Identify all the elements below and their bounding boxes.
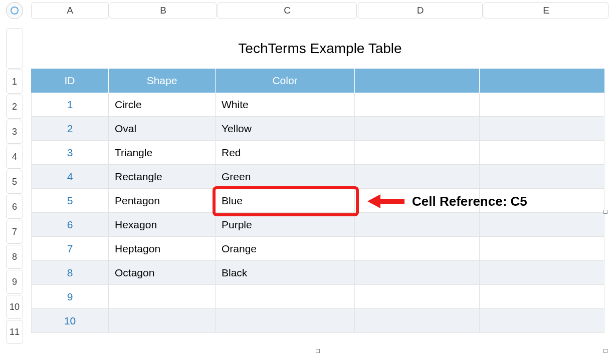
cell-e3[interactable]	[480, 117, 604, 141]
table-row: 3 Triangle Red	[31, 141, 609, 165]
column-header-a[interactable]: A	[31, 2, 109, 19]
cell-e10[interactable]	[480, 285, 604, 309]
select-all-button[interactable]	[6, 2, 23, 19]
header-shape[interactable]: Shape	[109, 69, 216, 93]
cell-d3[interactable]	[355, 117, 480, 141]
cell-b2[interactable]: Circle	[109, 93, 216, 117]
circle-icon	[11, 7, 19, 15]
row-header-title[interactable]	[6, 28, 23, 69]
cell-a9[interactable]: 8	[31, 261, 109, 285]
cell-c8[interactable]: Orange	[216, 237, 355, 261]
cell-a7[interactable]: 6	[31, 213, 109, 237]
cell-b5[interactable]: Rectangle	[109, 165, 216, 189]
row-header-1[interactable]: 1	[6, 70, 23, 94]
spreadsheet-grid: TechTerms Example Table ID Shape Color 1…	[31, 28, 609, 333]
cell-c2[interactable]: White	[216, 93, 355, 117]
cell-d5[interactable]	[355, 165, 480, 189]
header-color[interactable]: Color	[216, 69, 355, 93]
cell-b11[interactable]	[109, 309, 216, 333]
column-header-c[interactable]: C	[218, 2, 357, 19]
table-row: 8 Octagon Black	[31, 261, 609, 285]
table-row: 7 Heptagon Orange	[31, 237, 609, 261]
cell-e8[interactable]	[480, 237, 604, 261]
cell-e5[interactable]	[480, 165, 604, 189]
arrow-left-icon	[367, 194, 404, 208]
table-row: 4 Rectangle Green	[31, 165, 609, 189]
resize-handle[interactable]	[603, 349, 607, 353]
cell-c11[interactable]	[216, 309, 355, 333]
cell-c7[interactable]: Purple	[216, 213, 355, 237]
cell-e7[interactable]	[480, 213, 604, 237]
cell-a6[interactable]: 5	[31, 189, 109, 213]
header-empty-e[interactable]	[480, 69, 604, 93]
cell-a10[interactable]: 9	[31, 285, 109, 309]
cell-a3[interactable]: 2	[31, 117, 109, 141]
cell-c3[interactable]: Yellow	[216, 117, 355, 141]
column-header-b[interactable]: B	[110, 2, 217, 19]
table-row: 2 Oval Yellow	[31, 117, 609, 141]
cell-b4[interactable]: Triangle	[109, 141, 216, 165]
column-headers: A B C D E	[31, 2, 609, 19]
annotation-label: Cell Reference: C5	[412, 194, 527, 209]
row-header-3[interactable]: 3	[6, 120, 23, 144]
header-empty-d[interactable]	[355, 69, 480, 93]
table-row: 9	[31, 285, 609, 309]
cell-c6[interactable]: Blue	[216, 189, 355, 213]
header-id[interactable]: ID	[31, 69, 109, 93]
cell-b7[interactable]: Hexagon	[109, 213, 216, 237]
cell-d10[interactable]	[355, 285, 480, 309]
cell-c5[interactable]: Green	[216, 165, 355, 189]
cell-c10[interactable]	[216, 285, 355, 309]
row-header-7[interactable]: 7	[6, 220, 23, 244]
row-header-5[interactable]: 5	[6, 170, 23, 194]
column-header-e[interactable]: E	[484, 2, 608, 19]
row-header-10[interactable]: 10	[6, 295, 23, 319]
cell-e9[interactable]	[480, 261, 604, 285]
cell-a11[interactable]: 10	[31, 309, 109, 333]
column-header-d[interactable]: D	[358, 2, 483, 19]
table-row: 6 Hexagon Purple	[31, 213, 609, 237]
row-header-2[interactable]: 2	[6, 95, 23, 119]
watermark: © TechTerms.com	[468, 337, 592, 353]
cell-b9[interactable]: Octagon	[109, 261, 216, 285]
table-row: 10	[31, 309, 609, 333]
cell-d11[interactable]	[355, 309, 480, 333]
cell-d4[interactable]	[355, 141, 480, 165]
cell-d9[interactable]	[355, 261, 480, 285]
cell-b6[interactable]: Pentagon	[109, 189, 216, 213]
resize-handle[interactable]	[603, 210, 607, 214]
cell-b8[interactable]: Heptagon	[109, 237, 216, 261]
cell-a4[interactable]: 3	[31, 141, 109, 165]
table-title[interactable]: TechTerms Example Table	[31, 28, 609, 69]
row-header-9[interactable]: 9	[6, 270, 23, 294]
cell-c9[interactable]: Black	[216, 261, 355, 285]
cell-d2[interactable]	[355, 93, 480, 117]
table-header-row: ID Shape Color	[31, 69, 609, 93]
row-header-6[interactable]: 6	[6, 195, 23, 219]
row-headers: 1 2 3 4 5 6 7 8 9 10 11	[6, 28, 23, 345]
cell-e2[interactable]	[480, 93, 604, 117]
cell-b10[interactable]	[109, 285, 216, 309]
cell-d8[interactable]	[355, 237, 480, 261]
row-header-8[interactable]: 8	[6, 245, 23, 269]
cell-c4[interactable]: Red	[216, 141, 355, 165]
resize-handle[interactable]	[316, 349, 320, 353]
cell-a8[interactable]: 7	[31, 237, 109, 261]
table-row: 1 Circle White	[31, 93, 609, 117]
cell-e11[interactable]	[480, 309, 604, 333]
cell-b3[interactable]: Oval	[109, 117, 216, 141]
cell-a2[interactable]: 1	[31, 93, 109, 117]
row-header-11[interactable]: 11	[6, 320, 23, 344]
cell-e4[interactable]	[480, 141, 604, 165]
row-header-4[interactable]: 4	[6, 145, 23, 169]
cell-d7[interactable]	[355, 213, 480, 237]
cell-a5[interactable]: 4	[31, 165, 109, 189]
